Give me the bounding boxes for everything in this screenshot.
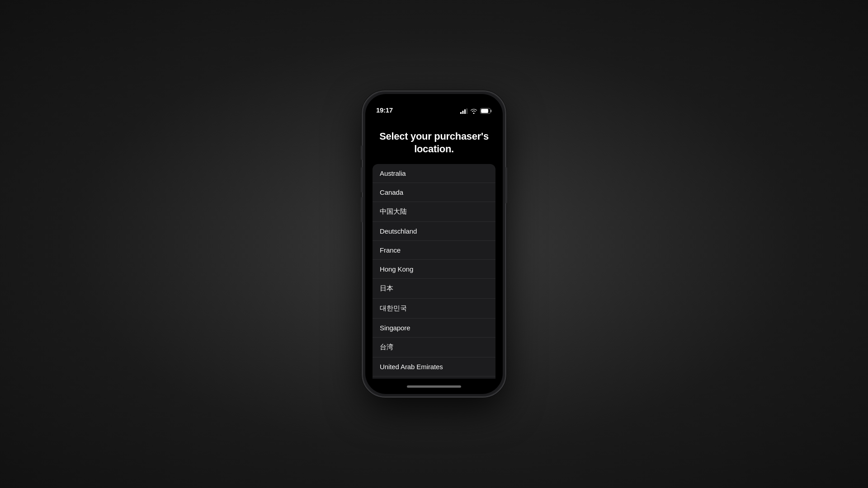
country-name-china: 中国大陆 <box>380 207 407 216</box>
home-indicator <box>365 379 503 394</box>
country-item-deutschland[interactable]: Deutschland <box>373 222 495 241</box>
country-name-uae: United Arab Emirates <box>380 363 443 371</box>
mute-button[interactable] <box>361 145 363 160</box>
svg-rect-1 <box>462 111 464 114</box>
country-item-china[interactable]: 中国大陆 <box>373 202 495 222</box>
country-name-canada: Canada <box>380 188 403 196</box>
country-name-singapore: Singapore <box>380 324 410 332</box>
country-name-hong-kong: Hong Kong <box>380 265 413 273</box>
svg-rect-2 <box>464 109 466 114</box>
wifi-icon <box>470 108 477 114</box>
page-title: Select your purchaser's location. <box>373 130 495 155</box>
svg-rect-5 <box>491 110 492 113</box>
country-name-taiwan: 台湾 <box>380 343 393 352</box>
country-name-deutschland: Deutschland <box>380 227 417 235</box>
country-item-singapore[interactable]: Singapore <box>373 319 495 338</box>
status-time: 19:17 <box>376 106 393 114</box>
country-item-france[interactable]: France <box>373 241 495 260</box>
svg-rect-0 <box>460 112 462 114</box>
country-item-australia[interactable]: Australia <box>373 164 495 183</box>
battery-icon <box>480 108 492 114</box>
country-item-canada[interactable]: Canada <box>373 183 495 202</box>
app-content: Select your purchaser's location. Austra… <box>365 117 503 379</box>
country-list: AustraliaCanada中国大陆DeutschlandFranceHong… <box>373 164 495 379</box>
volume-up-button[interactable] <box>361 167 363 192</box>
country-item-korea[interactable]: 대한민국 <box>373 299 495 319</box>
svg-rect-6 <box>481 109 488 113</box>
country-name-korea: 대한민국 <box>380 304 407 313</box>
status-icons <box>460 108 492 114</box>
svg-rect-3 <box>467 108 468 114</box>
country-item-japan[interactable]: 日本 <box>373 279 495 299</box>
country-item-uae[interactable]: United Arab Emirates <box>373 357 495 376</box>
country-item-taiwan[interactable]: 台湾 <box>373 338 495 357</box>
country-item-hong-kong[interactable]: Hong Kong <box>373 260 495 279</box>
signal-icon <box>460 108 467 114</box>
country-name-france: France <box>380 246 401 254</box>
phone-frame: 19:17 <box>362 90 506 398</box>
country-name-japan: 日本 <box>380 284 393 293</box>
home-bar <box>407 385 461 388</box>
power-button[interactable] <box>505 167 507 203</box>
country-name-australia: Australia <box>380 169 406 177</box>
dynamic-island <box>414 99 454 112</box>
phone-screen: 19:17 <box>365 94 503 394</box>
volume-down-button[interactable] <box>361 197 363 222</box>
